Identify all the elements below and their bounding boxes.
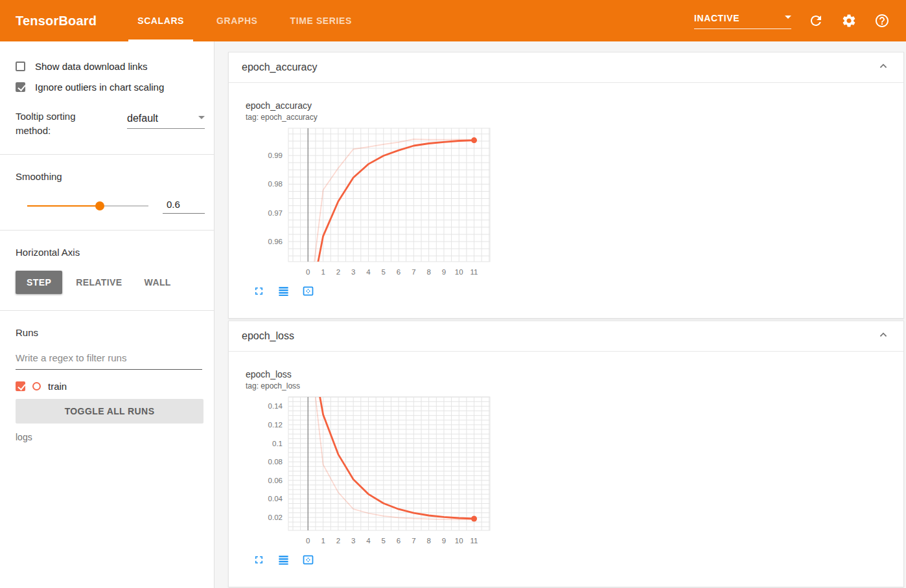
card-epoch-accuracy-header[interactable]: epoch_accuracy <box>229 52 903 83</box>
gear-icon <box>841 13 857 28</box>
smoothing-value-field[interactable]: 0.6 <box>163 199 205 214</box>
smoothing-label: Smoothing <box>16 171 205 182</box>
data-table-button[interactable] <box>277 285 290 297</box>
svg-text:0.96: 0.96 <box>268 238 283 245</box>
help-button[interactable] <box>874 12 890 29</box>
divider <box>0 230 214 231</box>
tooltip-sorting-label: Tooltip sorting method: <box>16 109 95 138</box>
svg-text:6: 6 <box>397 268 401 276</box>
chevron-down-icon <box>785 16 791 22</box>
svg-text:0.14: 0.14 <box>268 402 283 410</box>
show-download-links-checkbox[interactable] <box>16 62 25 71</box>
svg-text:1: 1 <box>321 537 325 545</box>
svg-text:5: 5 <box>382 537 386 545</box>
chart-tag: tag: epoch_accuracy <box>246 113 888 122</box>
tooltip-sorting-value: default <box>127 113 158 124</box>
svg-text:10: 10 <box>455 268 463 276</box>
card-title: epoch_accuracy <box>242 62 318 73</box>
smoothing-slider[interactable] <box>27 205 148 207</box>
fit-domain-button[interactable] <box>302 554 314 566</box>
chevron-down-icon <box>198 116 205 122</box>
svg-text:0.97: 0.97 <box>268 209 283 217</box>
svg-text:5: 5 <box>382 268 386 276</box>
ignore-outliers-checkbox[interactable] <box>16 82 25 92</box>
card-epoch-loss: epoch_loss epoch_loss tag: epoch_loss 01… <box>228 321 904 587</box>
collapse-chevron-up-icon[interactable] <box>876 328 890 345</box>
smoothing-slider-thumb[interactable] <box>95 201 104 210</box>
data-table-icon <box>277 285 290 297</box>
chart-title: epoch_accuracy <box>246 100 888 111</box>
run-train-checkbox[interactable] <box>16 381 25 391</box>
svg-text:0.04: 0.04 <box>268 495 283 503</box>
svg-text:3: 3 <box>351 268 355 276</box>
settings-button[interactable] <box>841 12 857 29</box>
tab-time-series[interactable]: TIME SERIES <box>274 0 368 41</box>
svg-text:4: 4 <box>366 268 371 276</box>
data-table-icon <box>277 554 290 566</box>
svg-text:7: 7 <box>412 537 415 545</box>
svg-text:10: 10 <box>455 537 463 545</box>
fullscreen-icon <box>253 554 265 566</box>
settings-sidebar: Show data download links Ignore outliers… <box>0 41 215 588</box>
svg-text:11: 11 <box>470 268 478 276</box>
epoch-loss-chart[interactable]: 012345678910110.020.040.060.080.10.120.1… <box>242 394 492 548</box>
toggle-all-runs-button[interactable]: TOGGLE ALL RUNS <box>16 399 203 424</box>
fit-domain-icon <box>302 285 314 297</box>
run-train-label: train <box>48 381 67 392</box>
tab-scalars[interactable]: SCALARS <box>121 0 200 41</box>
fit-domain-icon <box>302 554 314 566</box>
svg-text:0.99: 0.99 <box>268 152 283 159</box>
tooltip-sorting-dropdown[interactable]: default <box>127 109 205 129</box>
svg-text:3: 3 <box>351 537 355 545</box>
run-color-swatch[interactable] <box>32 382 41 390</box>
data-table-button[interactable] <box>277 554 290 566</box>
reload-status-label: INACTIVE <box>694 13 739 23</box>
svg-text:1: 1 <box>321 268 325 276</box>
fit-domain-button[interactable] <box>302 285 314 297</box>
collapse-chevron-up-icon[interactable] <box>876 59 890 76</box>
svg-text:6: 6 <box>397 537 401 545</box>
svg-text:9: 9 <box>442 268 446 276</box>
smoothing-slider-fill <box>27 205 100 207</box>
svg-text:0.02: 0.02 <box>268 514 283 521</box>
refresh-button[interactable] <box>807 12 824 29</box>
axis-step-button[interactable]: STEP <box>16 271 62 294</box>
svg-text:0.08: 0.08 <box>268 458 283 466</box>
svg-text:8: 8 <box>426 268 430 276</box>
ignore-outliers-label: Ignore outliers in chart scaling <box>35 82 164 93</box>
nav-tabs: SCALARS GRAPHS TIME SERIES <box>121 0 368 41</box>
svg-text:2: 2 <box>336 268 340 276</box>
chart-title: epoch_loss <box>246 369 888 379</box>
runs-label: Runs <box>16 327 205 338</box>
svg-text:8: 8 <box>426 537 430 545</box>
show-download-links-label: Show data download links <box>35 61 147 72</box>
horizontal-axis-label: Horizontal Axis <box>16 247 205 258</box>
divider <box>0 310 214 311</box>
svg-text:0: 0 <box>306 537 310 545</box>
svg-text:0: 0 <box>306 268 310 276</box>
fullscreen-button[interactable] <box>253 554 265 566</box>
fullscreen-icon <box>253 285 265 297</box>
refresh-icon <box>808 13 824 28</box>
svg-text:0.98: 0.98 <box>268 180 283 188</box>
card-epoch-loss-header[interactable]: epoch_loss <box>229 321 903 352</box>
svg-text:7: 7 <box>412 268 415 276</box>
svg-text:4: 4 <box>366 537 371 545</box>
reload-status-dropdown[interactable]: INACTIVE <box>694 13 791 29</box>
svg-text:0.06: 0.06 <box>268 477 283 484</box>
app-title: TensorBoard <box>16 14 97 28</box>
dashboard-main: epoch_accuracy epoch_accuracy tag: epoch… <box>215 41 906 588</box>
fullscreen-button[interactable] <box>253 285 265 297</box>
divider <box>0 154 214 155</box>
svg-text:0.1: 0.1 <box>272 440 283 447</box>
tab-graphs[interactable]: GRAPHS <box>200 0 274 41</box>
svg-text:9: 9 <box>442 537 446 545</box>
axis-relative-button[interactable]: RELATIVE <box>65 271 133 294</box>
chart-tag: tag: epoch_loss <box>246 381 888 390</box>
runs-logdir-label: logs <box>16 432 205 442</box>
card-title: epoch_loss <box>242 330 294 342</box>
svg-text:11: 11 <box>470 537 478 545</box>
epoch-accuracy-chart[interactable]: 012345678910110.960.970.980.99 <box>242 126 492 279</box>
axis-wall-button[interactable]: WALL <box>134 271 182 294</box>
runs-filter-input[interactable] <box>16 351 202 370</box>
